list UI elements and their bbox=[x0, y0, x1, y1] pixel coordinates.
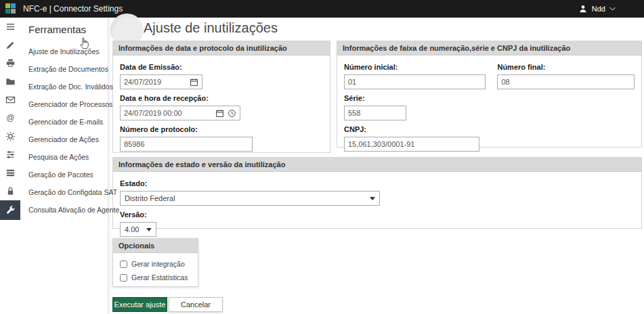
numero-inicial-field[interactable] bbox=[344, 74, 486, 89]
chevron-down-icon bbox=[370, 197, 375, 200]
executar-ajuste-button[interactable]: Executar ajuste bbox=[112, 297, 167, 312]
protocolo-input[interactable] bbox=[124, 140, 249, 148]
sidebar-item-extracao-documentos[interactable]: Extração de Documentos bbox=[20, 60, 108, 78]
at-icon[interactable]: @ bbox=[0, 109, 20, 127]
numero-inicial-input[interactable] bbox=[348, 78, 481, 86]
wrench-icon[interactable] bbox=[0, 200, 20, 220]
user-menu[interactable]: Ndd bbox=[578, 4, 616, 14]
protocolo-label: Número de protocolo: bbox=[120, 125, 323, 133]
cnpj-field[interactable] bbox=[344, 137, 479, 152]
sliders-icon[interactable] bbox=[0, 145, 20, 164]
panel-faixa-cnpj-header: Informações de faixa de numeração,série … bbox=[337, 41, 641, 55]
sidebar-item-ajuste-inutilizacoes[interactable]: Ajuste de Inutilizações bbox=[20, 43, 108, 60]
versao-selected-value: 4.00 bbox=[125, 225, 139, 233]
data-recepcao-field[interactable] bbox=[120, 106, 240, 120]
sidebar-item-extracao-doc-invalidos[interactable]: Extração de Doc. Inválidos bbox=[20, 78, 108, 95]
panel-estado-versao: Informações de estado e versão da inutil… bbox=[112, 157, 642, 229]
data-recepcao-input[interactable] bbox=[124, 109, 212, 117]
app-logo-icon bbox=[5, 3, 16, 14]
serie-input[interactable] bbox=[348, 109, 402, 117]
user-icon bbox=[578, 4, 588, 14]
estado-label: Estado: bbox=[120, 179, 635, 187]
app-title: NFC-e | Connector Settings bbox=[23, 4, 123, 14]
data-recepcao-label: Data e hora de recepção: bbox=[120, 94, 323, 102]
menu-icon[interactable] bbox=[0, 18, 20, 36]
gerar-integracao-label: Gerar integração bbox=[131, 260, 185, 268]
numero-final-label: Número final: bbox=[497, 63, 635, 71]
sidebar-item-gerenciador-acoes[interactable]: Gerenciador de Ações bbox=[20, 131, 108, 148]
chevron-down-icon bbox=[609, 7, 616, 11]
lock-icon[interactable] bbox=[0, 182, 20, 200]
numero-final-field[interactable] bbox=[497, 74, 635, 89]
sidebar-item-pesquisa-acoes[interactable]: Pesquisa de Ações bbox=[20, 148, 108, 166]
user-name: Ndd bbox=[592, 5, 605, 13]
mail-icon[interactable] bbox=[0, 91, 20, 109]
versao-label: Versão: bbox=[120, 210, 635, 219]
sidebar-item-consulta-ativacao-agente[interactable]: Consulta Ativação de Agente bbox=[20, 201, 108, 219]
rows-icon[interactable] bbox=[0, 164, 20, 182]
icon-sidebar: @ bbox=[0, 18, 20, 314]
gerar-estatisticas-option[interactable]: Gerar Estatísticas bbox=[120, 273, 191, 282]
brush-icon[interactable] bbox=[0, 36, 20, 54]
folder-icon[interactable] bbox=[0, 72, 20, 91]
cancelar-button[interactable]: Cancelar bbox=[169, 297, 223, 312]
sidebar-item-geracao-configdata-sat[interactable]: Geração do Configdata SAT bbox=[20, 183, 108, 201]
sidebar-item-gerenciador-emails[interactable]: Gerenciador de E-mails bbox=[20, 113, 108, 131]
panel-faixa-cnpj: Informações de faixa de numeração,série … bbox=[337, 41, 642, 148]
gerar-integracao-checkbox[interactable] bbox=[120, 261, 127, 268]
sidebar-title: Ferramentas bbox=[20, 18, 108, 43]
sidebar-item-gerenciador-processos[interactable]: Gerenciador de Processos bbox=[20, 95, 108, 113]
panel-estado-versao-header: Informações de estado e versão da inutil… bbox=[113, 158, 641, 172]
tools-sidebar: Ferramentas Ajuste de Inutilizações Extr… bbox=[20, 18, 108, 314]
panel-data-protocolo-header: Informações de data e protocolo da inuti… bbox=[113, 41, 330, 55]
chevron-down-icon bbox=[146, 228, 152, 231]
calendar-icon[interactable] bbox=[215, 109, 224, 118]
topbar: NFC-e | Connector Settings Ndd bbox=[0, 0, 644, 18]
estado-select[interactable]: Distrito Federal bbox=[120, 191, 380, 206]
versao-select[interactable]: 4.00 bbox=[120, 222, 156, 237]
cnpj-label: CNPJ: bbox=[344, 125, 635, 133]
gerar-estatisticas-checkbox[interactable] bbox=[120, 274, 127, 282]
protocolo-field[interactable] bbox=[120, 137, 253, 152]
gerar-integracao-option[interactable]: Gerar integração bbox=[120, 260, 191, 268]
cnpj-input[interactable] bbox=[348, 140, 475, 148]
numero-inicial-label: Número inicial: bbox=[344, 63, 486, 71]
panel-opcionais: Opcionais Gerar integração Gerar Estatís… bbox=[112, 238, 198, 287]
numero-final-input[interactable] bbox=[501, 78, 630, 86]
gear-icon[interactable] bbox=[0, 127, 20, 145]
serie-label: Série: bbox=[344, 94, 635, 102]
data-emissao-input[interactable] bbox=[124, 78, 186, 86]
svg-text:@: @ bbox=[6, 113, 14, 122]
data-emissao-field[interactable] bbox=[120, 74, 202, 89]
gerar-estatisticas-label: Gerar Estatísticas bbox=[131, 273, 188, 282]
sidebar-item-geracao-pacotes[interactable]: Geração de Pacotes bbox=[20, 166, 108, 183]
panel-data-protocolo: Informações de data e protocolo da inuti… bbox=[112, 41, 330, 153]
estado-selected-value: Distrito Federal bbox=[125, 194, 175, 202]
clock-icon[interactable] bbox=[228, 109, 236, 118]
page-title: Ajuste de inutilizações bbox=[144, 20, 278, 36]
printer-icon[interactable] bbox=[0, 54, 20, 72]
calendar-icon[interactable] bbox=[190, 78, 198, 87]
serie-field[interactable] bbox=[344, 106, 406, 120]
panel-opcionais-header: Opcionais bbox=[113, 239, 198, 253]
data-emissao-label: Data de Emissão: bbox=[120, 63, 323, 71]
